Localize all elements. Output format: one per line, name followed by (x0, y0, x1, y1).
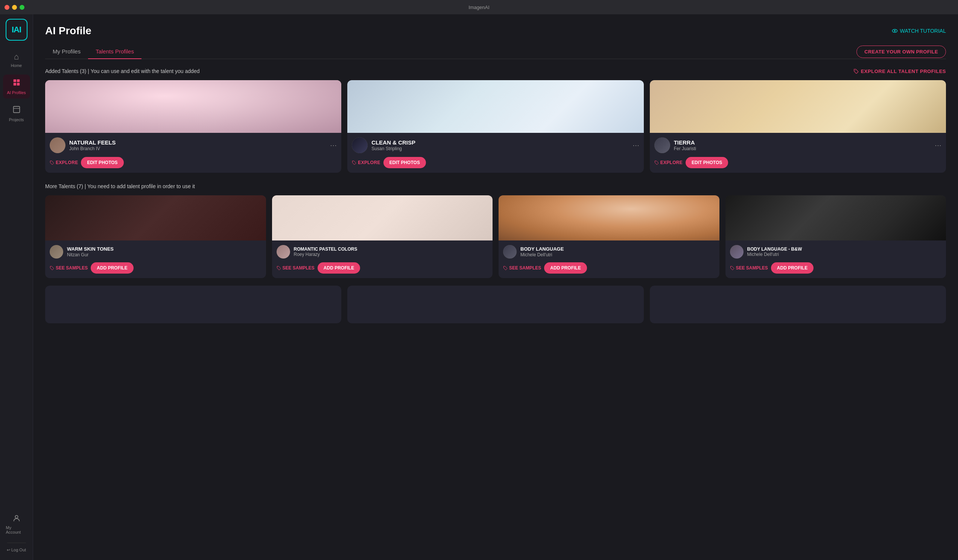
card-top-row: ROMANTIC PASTEL COLORS Roey Harazy (276, 245, 489, 259)
avatar (276, 245, 290, 259)
card-body-language-bw: BODY LANGUAGE - B&W Michele Dell'utri SE… (725, 195, 946, 278)
added-talents-header: Added Talents (3) | You can use and edit… (45, 68, 946, 74)
card-actions: SEE SAMPLES ADD PROFILE (276, 262, 489, 274)
explore-link[interactable]: EXPLORE (50, 160, 78, 165)
card-top-row: CLEAN & CRISP Susan Stripling ⋯ (352, 137, 639, 153)
card-name: CLEAN & CRISP (371, 139, 416, 146)
more-talents-label: More Talents (7) | You need to add talen… (45, 183, 195, 189)
profile-info: BODY LANGUAGE Michele Dell'utri (503, 245, 564, 259)
card-image (498, 195, 719, 241)
svg-point-6 (15, 516, 18, 518)
avatar-image (50, 137, 65, 153)
avatar (503, 245, 517, 259)
svg-point-9 (855, 70, 855, 71)
card-author: Roey Harazy (294, 252, 357, 257)
avatar-image (352, 137, 368, 153)
card-author: Fer Juaristi (674, 146, 696, 151)
explore-link[interactable]: EXPLORE (654, 160, 682, 165)
minimize-button[interactable] (12, 5, 17, 10)
card-romantic-pastel: ROMANTIC PASTEL COLORS Roey Harazy SEE S… (272, 195, 493, 278)
card-image (347, 80, 644, 133)
app-title: ImagenAI (468, 5, 490, 10)
explore-all-link[interactable]: EXPLORE ALL TALENT PROFILES (853, 68, 946, 74)
sidebar-item-label: Home (11, 63, 22, 68)
profile-info: BODY LANGUAGE - B&W Michele Dell'utri (730, 245, 802, 259)
tag-icon (276, 266, 281, 270)
edit-photos-button[interactable]: EDIT PHOTOS (384, 157, 426, 168)
card-actions: EXPLORE EDIT PHOTOS (352, 157, 639, 168)
add-profile-button[interactable]: ADD PROFILE (317, 262, 360, 274)
edit-photos-button[interactable]: EDIT PHOTOS (81, 157, 124, 168)
avatar-image (503, 245, 517, 259)
tag-icon (50, 266, 54, 270)
tag-icon (50, 160, 54, 165)
page-title: AI Profile (45, 25, 92, 37)
explore-link[interactable]: EXPLORE (352, 160, 380, 165)
my-account-label: My Account (6, 525, 27, 535)
tag-icon (853, 68, 859, 74)
avatar (730, 245, 744, 259)
home-icon: ⌂ (14, 52, 19, 62)
card-image (45, 195, 266, 241)
more-options-icon[interactable]: ⋯ (935, 141, 941, 149)
more-options-icon[interactable]: ⋯ (633, 141, 639, 149)
sidebar-item-projects[interactable]: Projects (3, 102, 30, 126)
profile-info: CLEAN & CRISP Susan Stripling (352, 137, 416, 153)
card-image (650, 80, 946, 133)
add-profile-button[interactable]: ADD PROFILE (544, 262, 587, 274)
card-name: ROMANTIC PASTEL COLORS (294, 246, 357, 252)
card-tierra: TIERRA Fer Juaristi ⋯ EXPLORE (650, 80, 946, 173)
close-button[interactable] (5, 5, 10, 10)
card-body: BODY LANGUAGE - B&W Michele Dell'utri SE… (725, 241, 946, 278)
card-top-row: BODY LANGUAGE - B&W Michele Dell'utri (730, 245, 942, 259)
account-icon (13, 514, 21, 524)
sidebar-item-label: Projects (9, 117, 24, 122)
card-body-language: BODY LANGUAGE Michele Dell'utri SEE SAMP… (498, 195, 719, 278)
tabs: My Profiles Talents Profiles (45, 44, 141, 59)
avatar (654, 137, 670, 153)
card-name: TIERRA (674, 139, 696, 146)
sidebar-bottom: My Account ↩ Log Out (3, 510, 30, 552)
card-body: NATURAL FEELS John Branch IV ⋯ EXPLORE (45, 133, 341, 173)
window-controls (5, 5, 24, 10)
more-options-icon[interactable]: ⋯ (330, 141, 337, 149)
ai-profiles-icon (13, 78, 21, 89)
card-author: John Branch IV (69, 146, 116, 151)
card-body: BODY LANGUAGE Michele Dell'utri SEE SAMP… (498, 241, 719, 278)
tag-icon (654, 160, 659, 165)
tab-talents-profiles[interactable]: Talents Profiles (88, 44, 141, 59)
tag-icon (730, 266, 734, 270)
maximize-button[interactable] (19, 5, 24, 10)
eye-icon (892, 28, 898, 34)
card-actions: SEE SAMPLES ADD PROFILE (730, 262, 942, 274)
projects-icon (13, 105, 21, 116)
card-body: CLEAN & CRISP Susan Stripling ⋯ EXPLORE (347, 133, 644, 173)
card-actions: SEE SAMPLES ADD PROFILE (50, 262, 262, 274)
my-account-button[interactable]: My Account (3, 510, 30, 538)
tag-icon (352, 160, 356, 165)
watch-tutorial-link[interactable]: WATCH TUTORIAL (892, 28, 946, 34)
see-samples-link[interactable]: SEE SAMPLES (503, 265, 541, 271)
avatar-image (50, 245, 63, 259)
profile-info: ROMANTIC PASTEL COLORS Roey Harazy (276, 245, 357, 259)
see-samples-link[interactable]: SEE SAMPLES (50, 265, 88, 271)
titlebar: ImagenAI (0, 0, 958, 14)
tab-my-profiles[interactable]: My Profiles (45, 44, 88, 59)
edit-photos-button[interactable]: EDIT PHOTOS (685, 157, 728, 168)
profile-info: WARM SKIN TONES Nitzan Gur (50, 245, 114, 259)
add-profile-button[interactable]: ADD PROFILE (91, 262, 133, 274)
add-profile-button[interactable]: ADD PROFILE (771, 262, 814, 274)
create-profile-button[interactable]: CREATE YOUR OWN PROFILE (856, 46, 946, 58)
avatar (352, 137, 368, 153)
bottom-card-2 (347, 286, 644, 323)
see-samples-link[interactable]: SEE SAMPLES (730, 265, 768, 271)
see-samples-link[interactable]: SEE SAMPLES (276, 265, 314, 271)
card-author: Nitzan Gur (67, 252, 114, 257)
logout-button[interactable]: ↩ Log Out (7, 547, 26, 552)
card-image (45, 80, 341, 133)
card-body: WARM SKIN TONES Nitzan Gur SEE SAMPLES (45, 241, 266, 278)
more-talents-grid: WARM SKIN TONES Nitzan Gur SEE SAMPLES (45, 195, 946, 278)
sidebar-item-ai-profiles[interactable]: AI Profiles (3, 75, 30, 98)
sidebar-item-home[interactable]: ⌂ Home (3, 48, 30, 71)
watch-tutorial-label: WATCH TUTORIAL (900, 28, 946, 34)
